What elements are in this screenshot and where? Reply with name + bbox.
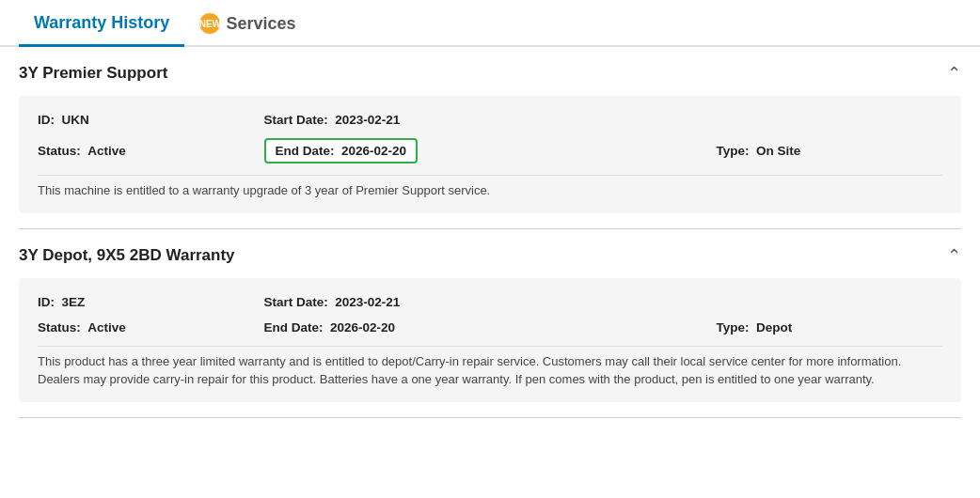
id-value-2: 3EZ [62, 295, 86, 309]
tab-warranty-history[interactable]: Warranty History [19, 0, 184, 47]
end-date-label-2: End Date: [264, 320, 324, 335]
tab-warranty-history-label: Warranty History [34, 13, 169, 32]
status-label-2: Status: [38, 320, 81, 335]
field-start-date: Start Date: 2023-02-21 [264, 113, 717, 127]
type-label-2: Type: [717, 320, 750, 335]
section-depot-warranty: 3Y Depot, 9X5 2BD Warranty ⌃ ID: 3EZ Sta… [19, 229, 961, 418]
id-label-2: ID: [38, 295, 55, 309]
field-end-date: End Date: 2026-02-20 [264, 138, 717, 163]
id-label: ID: [38, 113, 55, 127]
type-value: On Site [756, 144, 800, 158]
card-description-depot-warranty: This product has a three year limited wa… [38, 346, 942, 389]
card-description-premier-support: This machine is entitled to a warranty u… [38, 175, 942, 200]
type-label: Type: [717, 144, 750, 158]
field-id-2: ID: 3EZ [38, 295, 264, 309]
start-date-label: Start Date: [264, 113, 328, 127]
field-status-2: Status: Active [38, 320, 264, 335]
field-end-date-2: End Date: 2026-02-20 [264, 320, 717, 335]
tab-services-label: Services [226, 14, 295, 34]
section-title-depot-warranty: 3Y Depot, 9X5 2BD Warranty [19, 246, 235, 265]
card-premier-support: ID: UKN Start Date: 2023-02-21 Status: A… [19, 96, 961, 213]
card-row-id-startdate-2: ID: 3EZ Start Date: 2023-02-21 [38, 289, 942, 315]
section-header-depot-warranty[interactable]: 3Y Depot, 9X5 2BD Warranty ⌃ [19, 229, 961, 278]
section-title-premier-support: 3Y Premier Support [19, 64, 167, 83]
card-depot-warranty: ID: 3EZ Start Date: 2023-02-21 Status: A… [19, 278, 961, 402]
card-row-status-enddate-type-2: Status: Active End Date: 2026-02-20 Type… [38, 315, 942, 340]
end-date-highlighted-box: End Date: 2026-02-20 [264, 138, 419, 163]
section-header-premier-support[interactable]: 3Y Premier Support ⌃ [19, 47, 961, 96]
field-id: ID: UKN [38, 113, 264, 127]
start-date-label-2: Start Date: [264, 295, 328, 309]
new-badge: NEW [199, 13, 220, 34]
field-type-2: Type: Depot [717, 320, 943, 335]
id-value: UKN [62, 113, 89, 127]
chevron-up-icon: ⌃ [947, 65, 961, 82]
end-date-value: 2026-02-20 [341, 144, 406, 158]
chevron-up-icon-2: ⌃ [947, 247, 961, 264]
type-value-2: Depot [756, 320, 792, 335]
status-value-2: Active [87, 320, 126, 335]
card-row-status-enddate-type: Status: Active End Date: 2026-02-20 Type… [38, 132, 942, 169]
field-start-date-2: Start Date: 2023-02-21 [264, 295, 717, 309]
section-premier-support: 3Y Premier Support ⌃ ID: UKN Start Date:… [19, 47, 961, 229]
start-date-value: 2023-02-21 [335, 113, 400, 127]
end-date-label: End Date: [276, 144, 335, 158]
end-date-value-2: 2026-02-20 [330, 320, 395, 335]
page-content: 3Y Premier Support ⌃ ID: UKN Start Date:… [0, 47, 980, 437]
start-date-value-2: 2023-02-21 [335, 295, 400, 309]
tab-bar: Warranty History NEW Services [0, 0, 980, 47]
card-row-id-startdate: ID: UKN Start Date: 2023-02-21 [38, 107, 942, 132]
status-value: Active [87, 144, 126, 158]
field-type: Type: On Site [717, 144, 943, 158]
field-status: Status: Active [38, 144, 264, 158]
status-label: Status: [38, 144, 81, 158]
tab-services[interactable]: NEW Services [184, 0, 310, 45]
